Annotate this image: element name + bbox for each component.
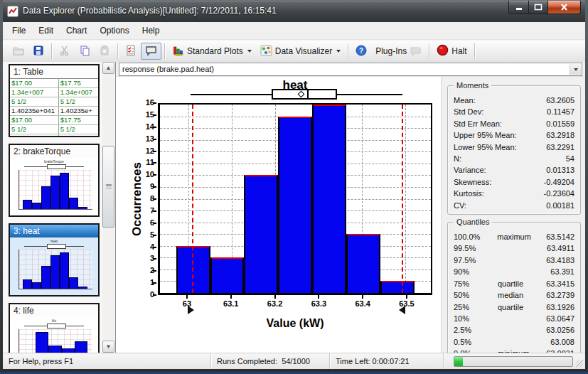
mini-bar	[23, 279, 32, 289]
y-tick-mark	[153, 294, 156, 296]
thumbnail-table[interactable]: 1: Table$17.00$17.751.34e+0071.34e+0075 …	[9, 64, 100, 137]
quantiles-row: 50%median63.2739	[452, 289, 576, 301]
comment-toggle-button[interactable]	[141, 43, 161, 60]
histogram-bar	[244, 175, 278, 293]
scrollbar-thumb[interactable]	[102, 146, 114, 228]
halt-button[interactable]: Halt	[432, 43, 471, 60]
y-tick-mark	[153, 258, 156, 260]
plugins-button[interactable]: Plug-Ins	[371, 43, 426, 60]
range-marker-right[interactable]	[399, 306, 405, 314]
toolbar-separator	[164, 43, 165, 59]
status-time-pane: Time Left: 0:00:07:21	[329, 353, 443, 369]
quantile-percent: 75%	[454, 278, 491, 289]
data-visualizer-button[interactable]: Data Visualizer	[256, 43, 345, 60]
moments-row: Mean:63.2605	[452, 95, 576, 106]
sidebar-scrollbar[interactable]: ▲ ▼	[102, 62, 114, 353]
minimize-button[interactable]	[508, 1, 529, 14]
x-tick-mark	[318, 295, 319, 299]
combo-dropdown-button[interactable]	[570, 64, 581, 75]
statistics-panel: Moments Mean:63.2605Std Dev:0.11457Std E…	[441, 77, 585, 353]
reference-line	[192, 105, 193, 293]
quantiles-row: 25%quartile63.1926	[452, 301, 576, 313]
y-tick-mark	[153, 210, 156, 212]
x-tick-mark	[186, 295, 188, 299]
y-tick-mark	[153, 247, 156, 248]
mini-bar	[60, 252, 69, 289]
runs-value: 54/1000	[282, 357, 310, 365]
copy-icon	[79, 45, 90, 58]
help-button[interactable]: ?	[351, 43, 371, 60]
save-button[interactable]	[28, 43, 48, 60]
moment-value: 63.2918	[546, 129, 574, 141]
y-tick-mark	[153, 186, 156, 188]
client-area: FileEditChartOptionsHelp Standard Plots …	[3, 22, 585, 369]
quantile-percent: 100.0%	[454, 231, 490, 242]
moment-label: N:	[454, 153, 461, 164]
status-help-pane: For Help, press F1	[3, 353, 210, 369]
checklist-icon	[125, 45, 137, 58]
thumbnail-heat[interactable]: 3: heatheat	[9, 223, 100, 296]
x-tick-label: 63.2	[260, 299, 291, 308]
menu-options[interactable]: Options	[93, 22, 135, 39]
scrollbar-down-arrow[interactable]: ▼	[102, 341, 114, 353]
x-tick-label: 63.3	[303, 299, 334, 308]
moments-row: CV:0.00181	[452, 200, 576, 211]
thumbnail-braketorque[interactable]: 2: brakeTorquebrakeTorque	[9, 144, 100, 217]
plot-area	[158, 103, 432, 295]
menu-file[interactable]: File	[6, 22, 32, 39]
cut-button[interactable]	[55, 43, 75, 60]
moments-row: Lower 95% Mean:63.2291	[452, 141, 576, 153]
mini-bar	[69, 198, 78, 209]
standard-plots-label: Standard Plots	[187, 46, 243, 56]
scrollbar-up-arrow[interactable]: ▲	[102, 62, 114, 74]
mini-bar	[41, 186, 50, 209]
menu-help[interactable]: Help	[136, 22, 166, 39]
paste-button[interactable]	[95, 43, 114, 60]
menu-chart[interactable]: Chart	[60, 22, 93, 39]
range-marker-left[interactable]	[188, 306, 194, 314]
thumbnail-body: $17.00$17.751.34e+0071.34e+0075 1/25 1/2…	[10, 78, 98, 136]
mini-table-cell: 1.34e+007	[10, 88, 58, 97]
moments-title: Moments	[454, 81, 491, 90]
standard-plots-icon	[172, 45, 184, 58]
menu-edit[interactable]: Edit	[32, 22, 60, 39]
x-tick-label: 63.5	[391, 299, 422, 308]
x-tick-label: 63.4	[347, 299, 378, 308]
copy-button[interactable]	[75, 43, 95, 60]
resize-grip[interactable]	[576, 360, 583, 367]
plugins-icon	[410, 45, 422, 58]
x-tick-mark	[406, 295, 407, 299]
thumbnail-title: 2: brakeTorque	[10, 145, 98, 158]
quantile-value: 63.4183	[530, 255, 574, 266]
quantile-percent: 10%	[454, 313, 491, 324]
thumbnail-body: life	[10, 317, 98, 353]
x-tick-label: 63.1	[215, 299, 247, 308]
quantile-value: 63.0256	[530, 324, 574, 336]
mini-table-cell: $17.00	[10, 79, 58, 88]
mini-plot-area	[18, 329, 92, 353]
plot-thumbnail-sidebar: 1: Table$17.00$17.751.34e+0071.34e+0075 …	[3, 62, 116, 353]
y-tick-mark	[153, 162, 156, 164]
quantiles-row: 99.5%63.4911	[452, 242, 576, 254]
data-visualizer-icon	[260, 45, 272, 58]
quantile-name: quartile	[491, 278, 530, 289]
moment-label: Mean:	[454, 95, 476, 106]
quantile-name	[491, 242, 530, 254]
close-button[interactable]	[548, 1, 581, 14]
app-window: Data Explorer (Probabilistic Analysis)[U…	[0, 0, 588, 374]
response-selector[interactable]: response (brake.pad.heat)	[119, 63, 582, 76]
halt-icon	[437, 44, 449, 58]
run-checklist-button[interactable]	[121, 43, 141, 60]
quantile-value: 63.5142	[531, 231, 574, 242]
mini-table-cell: $17.00	[10, 116, 58, 125]
titlebar[interactable]: Data Explorer (Probabilistic Analysis)[U…	[3, 0, 585, 22]
histogram-bar	[210, 257, 245, 293]
quantile-value: 63.2739	[530, 289, 574, 301]
thumbnail-life[interactable]: 4: lifelife	[9, 303, 100, 353]
quantiles-row: 100.0%maximum63.5142	[452, 231, 576, 242]
maximize-button[interactable]	[529, 1, 548, 14]
histogram-bar	[380, 281, 415, 293]
open-button[interactable]	[9, 43, 28, 60]
standard-plots-button[interactable]: Standard Plots	[168, 43, 256, 60]
mini-table-cell: 5 1/2	[10, 97, 58, 107]
